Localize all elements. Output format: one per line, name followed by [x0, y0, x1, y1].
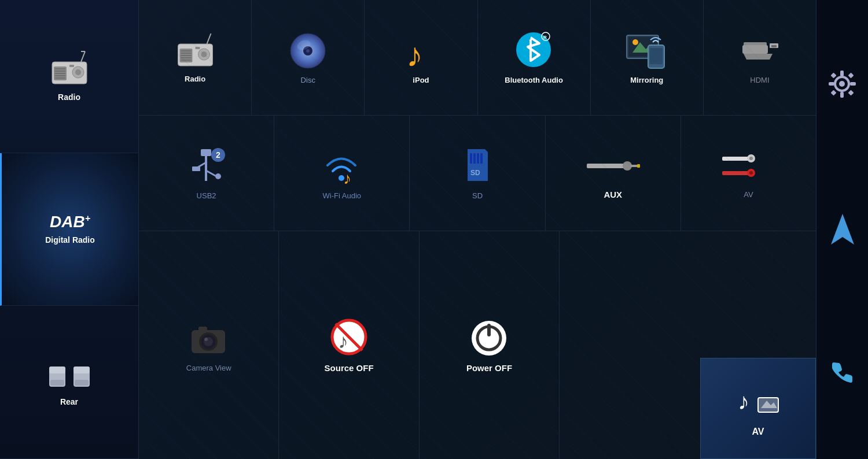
av-tile-icon: ♪ — [735, 380, 781, 421]
mirroring-label: Mirroring — [630, 76, 663, 84]
main-container: Radio DAB+ Digital Radio Rear — [0, 0, 868, 459]
svg-marker-45 — [744, 54, 773, 60]
av-middle-label: AV — [744, 190, 753, 199]
hdmi-icon — [738, 31, 781, 71]
grid-item-wifi-audio[interactable]: ♪ Wi-Fi Audio — [274, 116, 410, 231]
svg-rect-96 — [848, 73, 854, 79]
svg-point-72 — [749, 171, 753, 175]
grid-item-ipod[interactable]: ♪ iPod — [365, 0, 477, 115]
svg-rect-85 — [487, 324, 491, 336]
svg-point-90 — [839, 81, 845, 87]
svg-rect-15 — [73, 367, 90, 373]
grid-item-hdmi[interactable]: HDMI — [704, 0, 816, 115]
right-sidebar — [816, 0, 868, 459]
grid-item-disc[interactable]: Disc — [252, 0, 365, 115]
svg-rect-94 — [850, 82, 856, 86]
source-off-label: Source OFF — [325, 363, 374, 373]
sidebar-item-radio[interactable]: Radio — [0, 0, 138, 153]
grid-item-camera-view[interactable]: Camera View — [139, 231, 279, 459]
ipod-icon: ♪ — [403, 31, 438, 71]
camera-view-label: Camera View — [186, 364, 231, 372]
ipod-label: iPod — [413, 76, 429, 84]
svg-rect-61 — [480, 153, 483, 164]
navigation-button[interactable] — [825, 212, 860, 247]
svg-text:♪: ♪ — [738, 388, 749, 414]
av-cable-icon — [719, 148, 777, 186]
svg-point-8 — [75, 69, 81, 75]
usb2-icon: 2 — [185, 146, 228, 187]
radio-label: Radio — [58, 92, 80, 102]
svg-rect-70 — [722, 171, 751, 175]
svg-rect-98 — [848, 90, 854, 96]
svg-rect-97 — [831, 90, 837, 96]
usb2-label: USB2 — [197, 191, 216, 200]
source-off-icon: ♪ — [328, 318, 371, 358]
svg-point-69 — [749, 157, 753, 160]
svg-rect-63 — [587, 164, 627, 168]
svg-rect-66 — [637, 164, 640, 168]
svg-marker-99 — [831, 214, 854, 245]
navigation-arrow-icon — [828, 213, 857, 246]
svg-rect-91 — [840, 71, 844, 76]
svg-rect-60 — [477, 153, 479, 164]
bluetooth-audio-label: Bluetooth Audio — [505, 76, 563, 84]
power-off-label: Power OFF — [466, 363, 512, 373]
svg-rect-52 — [192, 166, 200, 171]
grid-item-sd[interactable]: SD SD — [410, 116, 545, 231]
svg-rect-27 — [195, 47, 200, 49]
grid-item-usb2[interactable]: 2 USB2 — [139, 116, 274, 231]
settings-gear-icon — [826, 68, 858, 100]
svg-rect-78 — [198, 327, 207, 331]
grid-item-radio[interactable]: Radio — [139, 0, 252, 115]
grid-item-bluetooth-audio[interactable]: R Bluetooth Audio — [478, 0, 591, 115]
rear-label: Rear — [60, 397, 78, 406]
grid-item-av-middle[interactable]: AV — [681, 116, 816, 231]
left-sidebar: Radio DAB+ Digital Radio Rear — [0, 0, 139, 459]
grid-item-mirroring[interactable]: Mirroring — [591, 0, 704, 115]
svg-rect-93 — [829, 82, 834, 86]
disc-icon — [286, 31, 330, 71]
svg-point-31 — [306, 49, 310, 53]
svg-line-28 — [207, 34, 211, 44]
svg-point-26 — [201, 51, 207, 57]
sidebar-item-rear[interactable]: Rear — [0, 306, 138, 459]
svg-rect-42 — [650, 48, 663, 64]
svg-rect-58 — [470, 153, 472, 164]
svg-point-77 — [204, 338, 208, 341]
svg-rect-44 — [742, 45, 768, 54]
camera-view-icon — [187, 319, 230, 359]
svg-text:R: R — [543, 35, 547, 40]
sd-icon: SD — [459, 146, 496, 187]
svg-rect-13 — [49, 367, 65, 373]
grid-item-aux[interactable]: AUX — [546, 116, 681, 231]
svg-point-53 — [215, 173, 221, 179]
settings-button[interactable] — [825, 67, 860, 102]
svg-point-40 — [632, 39, 638, 45]
grid-item-source-off[interactable]: ♪ Source OFF — [279, 231, 419, 459]
radio-top-icon — [174, 32, 217, 70]
content-area: Radio — [139, 0, 816, 459]
svg-text:♪: ♪ — [343, 169, 351, 187]
rear-seat-icon — [46, 358, 93, 393]
disc-label: Disc — [301, 76, 315, 84]
radio-icon — [49, 50, 90, 88]
middle-row: 2 USB2 ♪ Wi-Fi Audio — [139, 116, 816, 231]
svg-line-10 — [81, 51, 85, 62]
grid-item-power-off[interactable]: Power OFF — [420, 231, 560, 459]
aux-icon — [584, 147, 642, 185]
power-off-icon — [468, 318, 511, 358]
top-row: Radio — [139, 0, 816, 116]
digital-radio-label: Digital Radio — [45, 235, 95, 245]
svg-rect-47 — [771, 45, 777, 47]
svg-text:2: 2 — [216, 150, 220, 160]
phone-button[interactable] — [825, 357, 860, 392]
mirroring-icon — [624, 31, 670, 71]
aux-label: AUX — [604, 190, 622, 199]
svg-rect-16 — [50, 380, 64, 386]
sidebar-item-digital-radio[interactable]: DAB+ Digital Radio — [0, 153, 138, 306]
svg-text:SD: SD — [470, 169, 480, 177]
svg-rect-17 — [75, 380, 89, 386]
svg-text:♪: ♪ — [406, 36, 423, 71]
av-tile[interactable]: ♪ AV — [700, 358, 816, 459]
svg-rect-92 — [840, 92, 844, 98]
